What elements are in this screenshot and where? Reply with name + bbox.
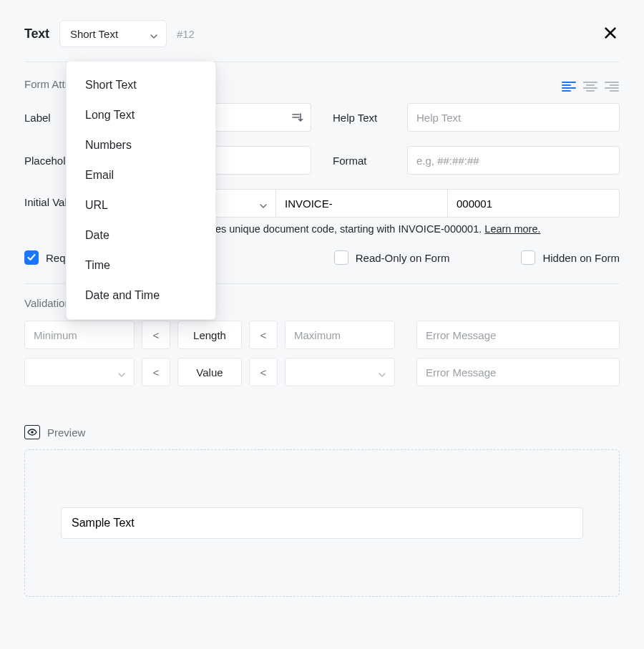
validation-value-label: Value [177, 358, 242, 386]
validation-max-input[interactable]: Maximum [285, 321, 395, 349]
checkbox-empty-icon [521, 250, 535, 265]
type-option[interactable]: Long Text [67, 100, 215, 130]
validation-min-select[interactable] [24, 358, 135, 386]
helptext-field-label: Help Text [333, 112, 399, 124]
type-option[interactable]: Email [67, 160, 215, 190]
format-field-label: Format [333, 155, 399, 167]
validation-min-input[interactable]: Minimum [24, 321, 135, 349]
validation-max-select[interactable] [285, 358, 395, 386]
hidden-label: Hidden on Form [542, 252, 620, 264]
type-option[interactable]: Numbers [67, 130, 215, 160]
readonly-checkbox[interactable]: Read-Only on Form [334, 250, 450, 265]
helptext-input[interactable] [407, 103, 620, 132]
readonly-label: Read-Only on Form [356, 252, 450, 264]
preview-label: Preview [47, 426, 85, 439]
chevron-down-icon [118, 369, 125, 376]
initval-start-input[interactable] [448, 189, 620, 218]
lt-label: < [249, 358, 278, 386]
lt-label: < [249, 321, 278, 349]
preview-sample-input[interactable] [61, 507, 583, 539]
align-left-button[interactable] [561, 79, 577, 94]
validation-error-input[interactable]: Error Message [416, 321, 620, 349]
chevron-down-icon [260, 200, 267, 207]
checkbox-checked-icon [24, 250, 39, 265]
hidden-checkbox[interactable]: Hidden on Form [521, 250, 620, 265]
type-option[interactable]: Short Text [67, 70, 215, 100]
validation-length-label: Length [177, 321, 242, 349]
align-left-icon [562, 81, 576, 92]
align-center-icon [583, 81, 597, 92]
preview-icon [24, 425, 40, 439]
close-button[interactable] [601, 24, 620, 44]
type-option[interactable]: URL [67, 190, 215, 220]
field-type-dropdown: Short Text Long Text Numbers Email URL D… [66, 61, 216, 320]
initval-prefix-input[interactable] [276, 189, 448, 218]
chevron-down-icon [379, 369, 386, 376]
format-input[interactable] [407, 146, 620, 175]
chevron-down-icon [150, 30, 157, 37]
translate-icon [291, 112, 303, 122]
lt-label: < [142, 358, 170, 386]
align-right-icon [605, 81, 619, 92]
field-id-badge: #12 [177, 28, 195, 40]
label-translate-button[interactable] [283, 103, 311, 132]
type-option[interactable]: Time [67, 250, 215, 280]
lt-label: < [142, 321, 170, 349]
preview-area [24, 449, 620, 597]
learn-more-link[interactable]: Learn more. [484, 223, 540, 235]
align-center-button[interactable] [582, 79, 598, 94]
type-option[interactable]: Date and Time [67, 280, 215, 311]
checkbox-empty-icon [334, 250, 348, 265]
align-right-button[interactable] [604, 79, 620, 94]
field-type-value: Short Text [70, 28, 118, 40]
close-icon [604, 26, 617, 39]
panel-title: Text [24, 26, 49, 42]
field-type-select[interactable]: Short Text [59, 20, 167, 47]
type-option[interactable]: Date [67, 220, 215, 250]
svg-point-0 [31, 431, 34, 434]
validation-error-input[interactable]: Error Message [416, 358, 620, 386]
